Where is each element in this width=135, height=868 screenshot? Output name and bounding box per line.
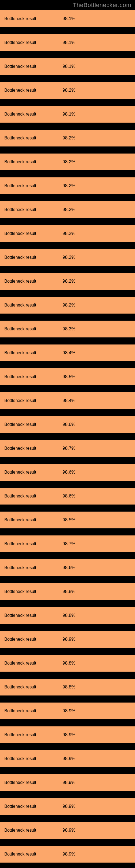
result-label: Bottleneck result: [4, 16, 62, 21]
result-label: Bottleneck result: [4, 637, 62, 642]
result-value: 98.6%: [62, 469, 75, 475]
result-row: Bottleneck result98.9%: [0, 703, 135, 719]
result-row: Bottleneck result98.9%: [0, 631, 135, 648]
result-row: Bottleneck result98.6%: [0, 416, 135, 433]
result-value: 98.1%: [62, 112, 75, 117]
result-label: Bottleneck result: [4, 446, 62, 451]
result-value: 98.8%: [62, 660, 75, 666]
site-name: TheBottlenecker.com: [73, 2, 131, 8]
result-row: Bottleneck result98.2%: [0, 297, 135, 314]
result-label: Bottleneck result: [4, 303, 62, 308]
result-value: 98.6%: [62, 565, 75, 570]
result-row: Bottleneck result98.7%: [0, 440, 135, 457]
result-value: 98.6%: [62, 422, 75, 427]
result-value: 98.8%: [62, 613, 75, 618]
result-value: 98.5%: [62, 517, 75, 523]
site-header: TheBottlenecker.com: [0, 0, 135, 10]
result-value: 98.5%: [62, 374, 75, 379]
result-value: 98.6%: [62, 493, 75, 499]
result-value: 98.9%: [62, 732, 75, 738]
result-label: Bottleneck result: [4, 40, 62, 45]
result-label: Bottleneck result: [4, 135, 62, 141]
result-label: Bottleneck result: [4, 159, 62, 164]
result-value: 98.2%: [62, 255, 75, 260]
result-label: Bottleneck result: [4, 780, 62, 785]
result-label: Bottleneck result: [4, 518, 62, 522]
result-value: 98.1%: [62, 16, 75, 22]
result-value: 98.2%: [62, 159, 75, 165]
result-label: Bottleneck result: [4, 828, 62, 833]
result-row: Bottleneck result98.2%: [0, 154, 135, 170]
result-value: 98.3%: [62, 326, 75, 332]
result-row: Bottleneck result98.6%: [0, 488, 135, 504]
result-label: Bottleneck result: [4, 541, 62, 546]
result-value: 98.9%: [62, 851, 75, 857]
result-label: Bottleneck result: [4, 470, 62, 475]
result-value: 98.4%: [62, 350, 75, 355]
result-label: Bottleneck result: [4, 613, 62, 618]
result-label: Bottleneck result: [4, 112, 62, 117]
result-value: 98.9%: [62, 804, 75, 809]
result-value: 98.9%: [62, 780, 75, 785]
result-row: Bottleneck result98.9%: [0, 726, 135, 743]
result-value: 98.9%: [62, 756, 75, 762]
result-label: Bottleneck result: [4, 494, 62, 499]
result-value: 98.7%: [62, 541, 75, 547]
result-value: 98.2%: [62, 88, 75, 93]
result-row: Bottleneck result98.8%: [0, 679, 135, 695]
result-row: Bottleneck result98.1%: [0, 34, 135, 51]
result-label: Bottleneck result: [4, 422, 62, 427]
result-label: Bottleneck result: [4, 207, 62, 212]
result-row: Bottleneck result98.4%: [0, 344, 135, 361]
result-label: Bottleneck result: [4, 255, 62, 260]
result-value: 98.2%: [62, 279, 75, 284]
result-value: 98.9%: [62, 708, 75, 714]
result-row: Bottleneck result98.2%: [0, 82, 135, 99]
result-label: Bottleneck result: [4, 327, 62, 332]
result-row: Bottleneck result98.2%: [0, 249, 135, 266]
result-row: Bottleneck result98.7%: [0, 535, 135, 552]
result-row: Bottleneck result98.9%: [0, 750, 135, 767]
result-value: 98.1%: [62, 40, 75, 45]
result-value: 98.8%: [62, 684, 75, 690]
result-row: Bottleneck result98.4%: [0, 392, 135, 409]
result-label: Bottleneck result: [4, 733, 62, 737]
result-label: Bottleneck result: [4, 852, 62, 857]
result-value: 98.2%: [62, 303, 75, 308]
result-label: Bottleneck result: [4, 88, 62, 93]
result-row: Bottleneck result98.1%: [0, 10, 135, 27]
result-row: Bottleneck result98.5%: [0, 512, 135, 528]
result-value: 98.7%: [62, 446, 75, 451]
result-value: 98.4%: [62, 398, 75, 403]
result-row: Bottleneck result98.9%: [0, 774, 135, 791]
result-value: 98.2%: [62, 231, 75, 236]
result-label: Bottleneck result: [4, 804, 62, 809]
result-row: Bottleneck result98.2%: [0, 177, 135, 194]
result-value: 98.1%: [62, 64, 75, 69]
result-label: Bottleneck result: [4, 231, 62, 236]
result-label: Bottleneck result: [4, 279, 62, 284]
result-row: Bottleneck result98.2%: [0, 225, 135, 242]
result-row: Bottleneck result98.2%: [0, 273, 135, 290]
result-row: Bottleneck result98.1%: [0, 106, 135, 123]
result-label: Bottleneck result: [4, 709, 62, 713]
result-value: 98.2%: [62, 207, 75, 212]
result-label: Bottleneck result: [4, 685, 62, 689]
result-value: 98.2%: [62, 183, 75, 188]
result-row: Bottleneck result98.3%: [0, 321, 135, 337]
results-list: Bottleneck result98.1%Bottleneck result9…: [0, 10, 135, 863]
result-label: Bottleneck result: [4, 589, 62, 594]
result-row: Bottleneck result98.6%: [0, 464, 135, 480]
result-label: Bottleneck result: [4, 350, 62, 355]
result-label: Bottleneck result: [4, 661, 62, 665]
result-row: Bottleneck result98.8%: [0, 607, 135, 624]
result-row: Bottleneck result98.5%: [0, 368, 135, 385]
result-value: 98.8%: [62, 589, 75, 594]
result-row: Bottleneck result98.2%: [0, 130, 135, 147]
result-row: Bottleneck result98.6%: [0, 559, 135, 576]
result-label: Bottleneck result: [4, 64, 62, 69]
result-label: Bottleneck result: [4, 398, 62, 403]
result-row: Bottleneck result98.1%: [0, 58, 135, 75]
result-label: Bottleneck result: [4, 756, 62, 761]
result-row: Bottleneck result98.9%: [0, 846, 135, 863]
